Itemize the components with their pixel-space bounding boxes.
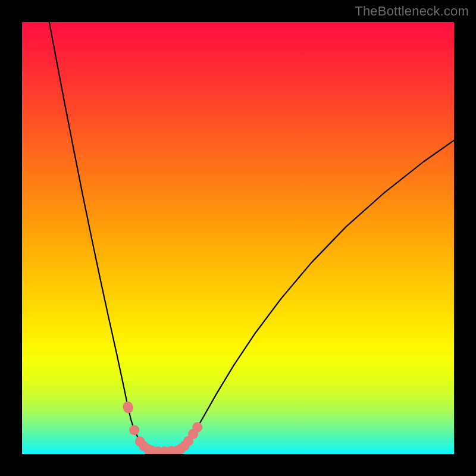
chart-svg: [22, 22, 454, 454]
plot-area: [22, 22, 454, 454]
marker-group: [123, 402, 202, 454]
bottleneck-curve: [49, 22, 454, 452]
chart-container: TheBottleneck.com: [0, 0, 476, 476]
watermark-text: TheBottleneck.com: [355, 4, 469, 19]
curve-group: [49, 22, 454, 452]
data-marker: [129, 425, 139, 436]
data-marker: [123, 403, 133, 414]
data-marker: [192, 422, 202, 432]
